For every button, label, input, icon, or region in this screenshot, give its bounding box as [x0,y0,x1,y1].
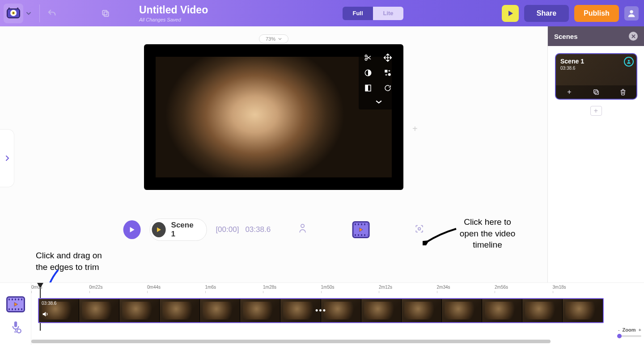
svg-rect-4 [104,12,109,16]
zoom-out-button[interactable]: - [618,327,620,332]
clip-menu-icon[interactable]: ••• [315,306,326,316]
add-element-right[interactable]: + [412,124,418,134]
scenes-header: Scenes ✕ [548,26,644,46]
left-drawer-toggle[interactable] [0,129,14,187]
chevron-down-icon [278,37,282,41]
cut-icon[interactable] [361,52,375,63]
svg-point-6 [630,10,633,13]
svg-point-11 [388,73,391,76]
ruler-tick: 0m22s [89,285,148,293]
play-scene-button[interactable] [152,222,165,237]
zoom-label: Zoom [623,327,636,332]
scene-owner-icon [624,57,634,67]
zoom-slider[interactable] [617,335,641,337]
scene-duplicate-icon[interactable] [591,87,602,97]
timeline-playhead[interactable] [37,283,43,288]
svg-point-15 [418,227,421,230]
svg-rect-10 [385,70,387,72]
zoom-level-pill[interactable]: 73% [259,34,288,43]
arrow-open-timeline [423,225,458,245]
scene-card[interactable]: Scene 1 03:38.6 + [555,53,637,100]
zoom-in-button[interactable]: + [639,327,641,332]
copy-button[interactable] [99,7,112,20]
clip-volume-icon[interactable] [42,311,49,320]
scenes-title: Scenes [554,33,578,40]
clip-duration-label: 03:38.6 [42,301,56,306]
ruler-tick: 2m34s [437,285,495,293]
time-display: [00:00] 03:38.6 [216,225,271,234]
svg-rect-13 [365,85,368,91]
timeline-video-track-icon[interactable] [6,296,25,312]
share-button[interactable]: Share [524,5,569,22]
divider [39,4,40,22]
canvas-stage: 73% + Scene 1 [00:00] 03:38.6 [0,26,547,282]
ruler-tick: 0m44s [147,285,205,293]
svg-rect-5 [102,10,107,15]
logo-dropdown[interactable] [23,7,34,20]
user-avatar[interactable] [624,6,639,21]
ruler-tick: 1m28s [263,285,321,293]
svg-point-14 [301,224,304,227]
total-time: 03:38.6 [245,225,271,234]
annotation-open-timeline: Click here to open the video timeline [456,216,519,251]
publish-button[interactable]: Publish [574,5,619,22]
ruler-tick: 2m12s [379,285,437,293]
svg-rect-19 [14,321,17,327]
timeline-region: 0m0s0m22s0m44s1m6s1m28s1m50s2m12s2m34s2m… [0,282,644,345]
svg-point-20 [17,329,21,333]
svg-point-16 [628,60,630,62]
move-icon[interactable] [381,52,394,63]
scene-add-icon[interactable]: + [564,87,575,97]
ruler-tick: 1m50s [321,285,379,293]
timeline-ruler[interactable]: 0m0s0m22s0m44s1m6s1m28s1m50s2m12s2m34s2m… [31,285,610,293]
video-preview[interactable] [144,44,403,190]
mode-toggle: Full Lite [343,7,403,20]
ruler-tick: 2m56s [495,285,553,293]
close-scenes-icon[interactable]: ✕ [629,32,638,41]
timeline-zoom-control: - Zoom + [618,327,641,332]
topbar: Untitled Video All Changes Saved Full Li… [0,0,644,26]
play-all-button[interactable] [123,220,141,239]
timeline-scrollbar[interactable] [31,340,642,343]
open-video-timeline-button[interactable] [352,221,369,238]
microphone-icon[interactable] [10,320,21,336]
svg-rect-17 [595,91,598,94]
scene-pill-label: Scene 1 [171,221,198,239]
ruler-tick: 3m18s [553,285,611,293]
add-scene-button[interactable]: + [590,106,602,116]
half-icon[interactable] [361,83,375,93]
ruler-tick: 1m6s [205,285,263,293]
character-icon[interactable] [297,223,307,236]
title-block: Untitled Video All Changes Saved [139,4,208,22]
zoom-value: 73% [266,36,275,42]
mode-lite-button[interactable]: Lite [373,7,403,20]
save-status: All Changes Saved [139,17,208,22]
transport-bar: Scene 1 [00:00] 03:38.6 [123,219,424,241]
video-frame [156,57,392,177]
toolbar-more-icon[interactable] [361,98,396,106]
timeline-clip[interactable]: 03:38.6 ••• [38,298,604,323]
scene-delete-icon[interactable] [618,87,628,97]
app-logo[interactable] [4,4,23,23]
swap-icon[interactable] [381,67,394,78]
mode-full-button[interactable]: Full [343,7,373,20]
preview-play-button[interactable] [502,5,519,22]
timeline-left-tools [0,283,31,345]
contrast-icon[interactable] [361,67,375,78]
scene-pill[interactable]: Scene 1 [149,219,207,241]
project-title[interactable]: Untitled Video [139,4,208,16]
scene-card-title: Scene 1 [560,58,584,65]
rotate-icon[interactable] [381,83,394,93]
svg-point-3 [13,12,14,13]
svg-rect-18 [594,90,597,93]
scene-card-duration: 03:38.6 [560,66,575,71]
undo-button[interactable] [45,7,59,20]
clip-toolbar [359,49,399,109]
elapsed-time: [00:00] [216,225,239,234]
